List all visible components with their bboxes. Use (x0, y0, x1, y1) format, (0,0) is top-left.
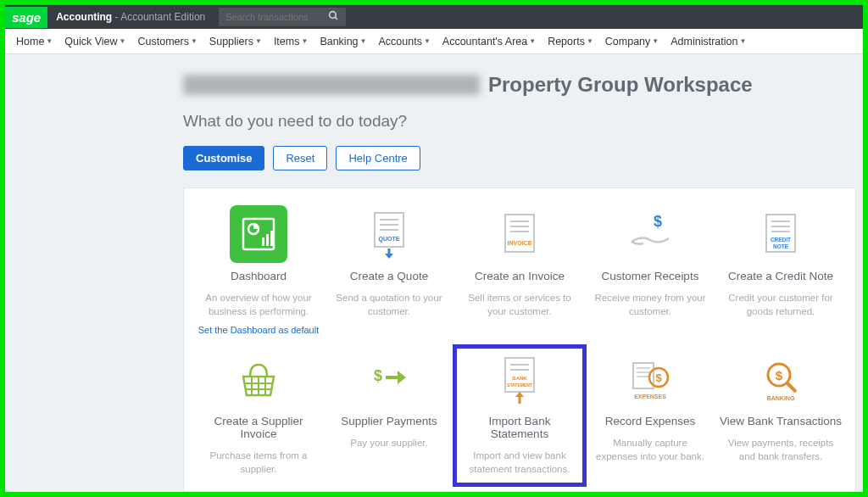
basket-icon (233, 358, 284, 400)
menu-item-items[interactable]: Items▼ (268, 36, 314, 47)
banking-icon: $BANKING (755, 356, 806, 403)
svg-line-1 (335, 17, 337, 20)
svg-text:EXPENSES: EXPENSES (634, 394, 666, 399)
svg-text:$: $ (654, 213, 662, 230)
menu-label: Customers (137, 36, 188, 47)
chevron-down-icon: ▼ (120, 37, 126, 45)
search-box[interactable] (219, 8, 346, 26)
svg-rect-5 (266, 234, 269, 246)
card-description: Receive money from your customer. (589, 291, 711, 318)
card-create-an-invoice[interactable]: INVOICECreate an InvoiceSell items or se… (455, 202, 584, 343)
menu-label: Home (16, 36, 44, 47)
card-description: Import and view bank statement transacti… (459, 449, 581, 476)
card-title: Create an Invoice (475, 270, 565, 282)
svg-text:INVOICE: INVOICE (508, 240, 532, 246)
menu-label: Quick View (64, 36, 117, 47)
card-title: Create a Credit Note (728, 270, 833, 282)
quote-icon: QUOTE (368, 209, 410, 259)
card-description: Pay your supplier. (345, 436, 432, 450)
menu-bar: Home▼Quick View▼Customers▼Suppliers▼Item… (5, 29, 863, 54)
card-create-a-supplier-invoice[interactable]: Create a Supplier InvoicePurchase items … (194, 347, 323, 484)
card-customer-receipts[interactable]: $Customer ReceiptsReceive money from you… (586, 202, 715, 343)
card-title: Dashboard (231, 270, 287, 282)
card-title: View Bank Transactions (720, 415, 842, 427)
card-record-expenses[interactable]: $EXPENSESRecord ExpensesManually capture… (586, 347, 715, 484)
chevron-down-icon: ▼ (46, 37, 53, 45)
card-description: Sell items or services to your customer. (459, 291, 581, 318)
card-dashboard[interactable]: DashboardAn overview of how your busines… (194, 202, 323, 343)
chevron-down-icon: ▼ (529, 37, 536, 45)
menu-item-accounts[interactable]: Accounts▼ (372, 36, 436, 47)
card-supplier-payments[interactable]: $Supplier PaymentsPay your supplier. (325, 347, 453, 484)
card-description: Manually capture expenses into your bank… (589, 436, 711, 463)
action-grid-container: DashboardAn overview of how your busines… (183, 187, 856, 492)
bank-statement-icon: BANKSTATEMENT (498, 355, 541, 404)
menu-label: Banking (320, 36, 358, 47)
search-input[interactable] (225, 12, 319, 22)
card-description: Send a quotation to your customer. (328, 291, 450, 318)
svg-rect-6 (270, 231, 273, 246)
card-description: View payments, receipts and bank transfe… (720, 436, 842, 463)
card-create-a-credit-note[interactable]: CREDITNOTECreate a Credit NoteCredit you… (716, 202, 845, 343)
chevron-down-icon: ▼ (191, 37, 198, 45)
card-title: Create a Quote (350, 270, 428, 282)
hero-subtitle: What do you need to do today? (183, 112, 837, 131)
hero-area: Property Group Workspace What do you nee… (5, 54, 863, 170)
customise-button[interactable]: Customise (183, 146, 264, 170)
menu-item-banking[interactable]: Banking▼ (314, 36, 372, 47)
svg-text:CREDIT: CREDIT (771, 237, 791, 243)
menu-label: Reports (548, 36, 585, 47)
set-dashboard-default-link[interactable]: Set the Dashboard as default (198, 325, 319, 335)
customer-receipts-icon: $ (625, 213, 676, 255)
card-create-a-quote[interactable]: QUOTECreate a QuoteSend a quotation to y… (325, 202, 453, 343)
brand-main: Accounting (56, 11, 112, 23)
card-description: An overview of how your business is perf… (198, 291, 320, 318)
chevron-down-icon: ▼ (255, 37, 262, 45)
svg-text:BANKING: BANKING (767, 395, 795, 401)
brand-sub: - Accountant Edition (112, 11, 205, 23)
menu-item-quick-view[interactable]: Quick View▼ (58, 36, 131, 47)
svg-rect-13 (505, 215, 534, 252)
chevron-down-icon: ▼ (424, 37, 431, 45)
chevron-down-icon: ▼ (301, 37, 308, 45)
svg-text:QUOTE: QUOTE (379, 236, 400, 243)
credit-note-icon: CREDITNOTE (760, 211, 802, 257)
redacted-company-name (183, 75, 480, 95)
svg-text:$: $ (655, 371, 662, 384)
menu-label: Administration (670, 36, 737, 47)
page-title: Property Group Workspace (488, 73, 753, 97)
menu-item-company[interactable]: Company▼ (599, 36, 665, 47)
menu-label: Accountant's Area (442, 36, 527, 47)
reset-button[interactable]: Reset (273, 146, 327, 170)
menu-item-home[interactable]: Home▼ (10, 36, 58, 47)
menu-item-reports[interactable]: Reports▼ (542, 36, 599, 47)
action-grid: DashboardAn overview of how your busines… (194, 202, 845, 484)
card-title: Customer Receipts (602, 270, 699, 282)
card-description: Credit your customer for goods returned. (720, 291, 842, 318)
menu-item-suppliers[interactable]: Suppliers▼ (203, 36, 268, 47)
card-import-bank-statements[interactable]: BANKSTATEMENTImport Bank StatementsImpor… (455, 347, 584, 484)
hero-title-row: Property Group Workspace (183, 73, 837, 97)
menu-item-accountant-s-area[interactable]: Accountant's Area▼ (437, 36, 542, 47)
svg-text:$: $ (374, 367, 382, 384)
svg-text:$: $ (776, 368, 783, 383)
menu-label: Company (605, 36, 651, 47)
svg-point-0 (330, 12, 337, 19)
button-row: Customise Reset Help Centre (183, 146, 837, 170)
card-title: Record Expenses (605, 415, 696, 427)
card-title: Create a Supplier Invoice (198, 415, 320, 440)
svg-text:NOTE: NOTE (773, 243, 789, 249)
help-centre-button[interactable]: Help Centre (336, 146, 420, 170)
svg-rect-2 (243, 219, 274, 249)
search-icon[interactable] (328, 10, 339, 24)
menu-label: Suppliers (209, 36, 253, 47)
chevron-down-icon: ▼ (587, 37, 593, 45)
menu-item-customers[interactable]: Customers▼ (131, 36, 203, 47)
menu-label: Accounts (378, 36, 421, 47)
invoice-icon: INVOICE (498, 211, 541, 257)
card-title: Import Bank Statements (459, 415, 581, 440)
menu-item-administration[interactable]: Administration▼ (665, 36, 752, 47)
svg-text:STATEMENT: STATEMENT (507, 383, 532, 388)
expenses-icon: $EXPENSES (625, 356, 676, 403)
card-view-bank-transactions[interactable]: $BANKINGView Bank TransactionsView payme… (716, 347, 845, 484)
